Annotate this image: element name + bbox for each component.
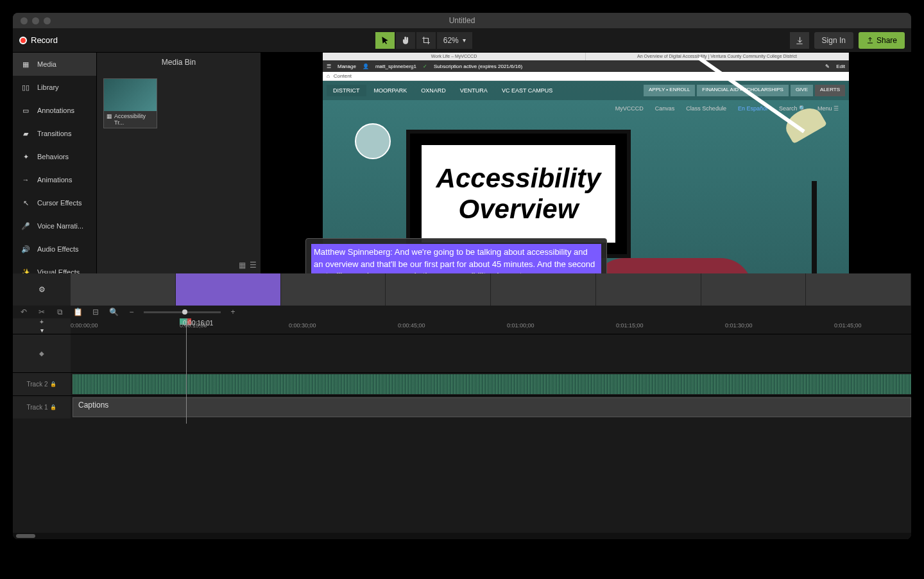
zoom-slider[interactable] [144,311,221,313]
sidebar-item-cursor-effects[interactable]: ↖Cursor Effects [13,191,96,214]
list-view-button[interactable]: ☰ [250,261,257,270]
btn-give: GIVE [791,85,813,96]
nav-ventura: VENTURA [454,85,494,96]
media-thumbnail[interactable]: ▦Accessibility Tr... [103,78,157,128]
ruler-mark: 0:00:15;00 [180,322,207,329]
thumbnail-preview [104,79,157,111]
timeline-ruler[interactable]: 0:00:16;01 0:00:00;000:00:15;000:00:30;0… [71,318,911,334]
ruler-mark: 0:01:15;00 [616,322,644,329]
copy-button[interactable]: ⧉ [54,306,65,318]
playhead-line [186,318,187,424]
timeline-scrollbar[interactable] [13,533,911,539]
cursor-icon: ↖ [21,198,31,208]
admin-user: matt_spinneberg1 [375,64,416,69]
hero-line1: Accessibility [436,163,601,194]
track-add-icon[interactable]: + [40,318,44,325]
track-collapse-icon[interactable]: ▾ [40,327,44,334]
grid-view-button[interactable]: ▦ [239,261,246,270]
track-1-label[interactable]: Track 1 🔒 [13,396,71,419]
admin-sub: Subscription active (expires 2021/6/16) [434,64,522,69]
audio-clip[interactable] [73,374,911,394]
zoom-fit-button[interactable]: 🔍 [108,306,119,318]
scrubber-strip: ⚙ [13,273,911,306]
cut-button[interactable]: ✂ [36,306,47,318]
record-icon [19,37,27,44]
record-button[interactable]: Record [19,35,58,45]
sidebar-item-animations[interactable]: →Animations [13,168,96,191]
hand-tool-button[interactable] [396,32,415,49]
download-button[interactable] [790,32,809,49]
behaviors-icon: ✦ [21,151,31,162]
select-tool-button[interactable] [375,32,395,49]
check-icon: ✓ [423,64,427,69]
couch-graphic [592,258,753,273]
timeline: + ▾ 0:00:16;01 0:00:00;000:00:15;000:00:… [13,318,911,539]
pencil-icon: ✎ [825,64,830,69]
caption-editor-popup: Matthew Spinneberg: And we're going to b… [305,238,607,273]
mic-icon: 🎤 [21,221,31,231]
scrubber-settings-button[interactable]: ⚙ [13,273,71,306]
upload-icon [866,37,874,44]
annotations-icon: ▭ [21,105,31,116]
nav2-canvas: Canvas [655,105,675,112]
sidebar-item-annotations[interactable]: ▭Annotations [13,99,96,122]
lamp-pole [812,181,817,273]
speaker-icon: 🔊 [21,244,31,254]
preview-canvas[interactable]: Work Life – MyVCCCD An Overview of Digit… [261,53,911,273]
marker-icon[interactable]: ◆ [39,350,44,357]
media-bin-panel: Media Bin ▦Accessibility Tr... ▦ ☰ [97,53,261,273]
sidebar-item-audio-effects[interactable]: 🔊Audio Effects [13,238,96,261]
window-title: Untitled [13,16,911,25]
library-icon: ▯▯ [21,82,31,92]
hamburger-icon: ☰ [327,64,331,69]
ruler-mark: 0:01:30;00 [725,322,753,329]
scrubber-track[interactable] [71,273,911,306]
titlebar: Untitled [13,13,911,28]
caption-text-input[interactable]: Matthew Spinneberg: And we're going to b… [311,244,601,273]
user-icon: 👤 [363,64,369,69]
site-logo [355,123,391,159]
track-controls: ◆ [13,334,71,372]
browser-tab-2: An Overview of Digital Accessibility | V… [586,53,849,60]
hero-line2: Overview [459,194,579,225]
nav2-espanol: En Español [738,105,767,112]
canvas-area: Work Life – MyVCCCD An Overview of Digit… [261,53,911,273]
app-window: Untitled Record 62% ▾ Sign In Share [13,13,911,539]
sidebar-item-media[interactable]: ▦Media [13,53,96,76]
lock-icon[interactable]: 🔒 [50,404,56,410]
zoom-dropdown[interactable]: 62% ▾ [437,32,472,49]
ruler-mark: 0:01:45;00 [834,322,862,329]
thumbnail-label: Accessibility Tr... [114,113,154,126]
content-link: Content [334,73,352,79]
chevron-down-icon: ▾ [463,37,466,44]
browser-tab-1: Work Life – MyVCCCD [323,53,586,60]
track-2-label[interactable]: Track 2 🔒 [13,373,71,395]
ruler-mark: 0:01:00;00 [507,322,535,329]
btn-alerts: ALERTS [815,85,845,96]
crop-tool-button[interactable] [416,32,436,49]
timeline-toolbar: ↶ ✂ ⧉ 📋 ⊟ 🔍 − + [13,306,911,318]
tool-sidebar: ▦Media ▯▯Library ▭Annotations ▰Transitio… [13,53,97,273]
media-bin-title: Media Bin [97,53,261,72]
nav-district: DISTRICT [327,85,366,96]
sidebar-item-behaviors[interactable]: ✦Behaviors [13,145,96,168]
nav2-sched: Class Schedule [686,105,726,112]
split-button[interactable]: ⊟ [90,306,101,318]
sidebar-item-transitions[interactable]: ▰Transitions [13,122,96,145]
zoom-out-button[interactable]: − [126,306,137,318]
sidebar-item-voice-narration[interactable]: 🎤Voice Narrati... [13,214,96,238]
sidebar-item-library[interactable]: ▯▯Library [13,76,96,99]
lock-icon[interactable]: 🔒 [50,381,56,387]
captions-clip[interactable]: Captions [73,397,911,417]
signin-button[interactable]: Sign In [814,32,853,49]
nav2-myvcccd: MyVCCCD [615,105,644,112]
nav-oxnard: OXNARD [415,85,452,96]
undo-button[interactable]: ↶ [18,306,30,318]
paste-button[interactable]: 📋 [72,306,83,318]
wand-icon: ✨ [21,267,31,273]
share-label: Share [877,36,897,45]
zoom-in-button[interactable]: + [227,306,239,318]
sidebar-item-visual-effects[interactable]: ✨Visual Effects [13,261,96,273]
share-button[interactable]: Share [859,32,905,49]
admin-manage: Manage [338,64,356,69]
